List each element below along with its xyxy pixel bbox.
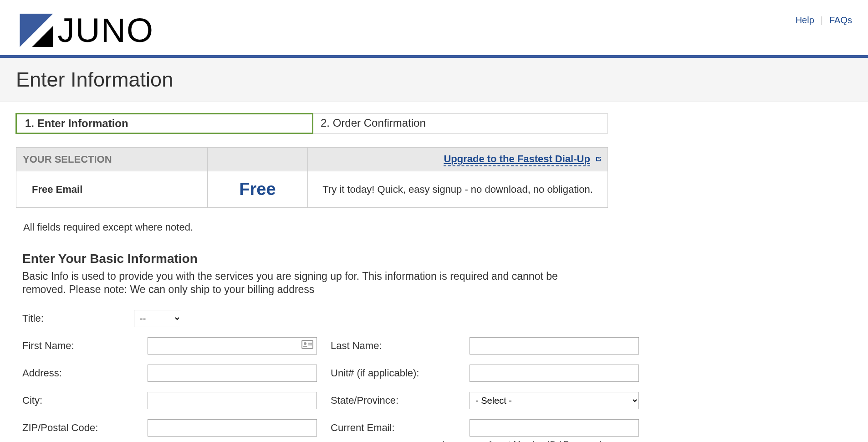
content: 1. Enter Information 2. Order Confirmati…: [0, 102, 610, 442]
svg-text:JUNO: JUNO: [57, 13, 154, 47]
basic-info-title: Enter Your Basic Information: [22, 252, 594, 266]
title-select[interactable]: --: [134, 310, 181, 327]
upgrade-cell: Upgrade to the Fastest Dial-Up: [308, 148, 608, 171]
first-name-label: First Name:: [22, 340, 134, 352]
email-input[interactable]: [470, 419, 639, 437]
email-hint: In case you forget Member ID / Password.: [442, 439, 639, 442]
last-name-input[interactable]: [470, 337, 639, 355]
state-select[interactable]: - Select -: [470, 392, 639, 409]
state-label: State/Province:: [331, 395, 456, 406]
external-link-icon: [595, 154, 602, 165]
unit-label: Unit# (if applicable):: [331, 367, 456, 379]
basic-info-form: Title: -- First Name: Last Name: Address…: [22, 310, 594, 442]
step-order-confirmation: 2. Order Confirmation: [312, 114, 608, 133]
step-enter-information: 1. Enter Information: [15, 113, 313, 134]
faqs-link[interactable]: FAQs: [829, 15, 852, 26]
title-label: Title:: [22, 313, 125, 324]
selection-price: Free: [208, 171, 308, 208]
last-name-label: Last Name:: [331, 340, 456, 352]
contact-card-icon: [301, 340, 313, 352]
zip-input[interactable]: [148, 419, 317, 437]
help-link[interactable]: Help: [796, 15, 814, 26]
selection-header: YOUR SELECTION: [16, 148, 208, 171]
email-label: Current Email:: [331, 422, 456, 434]
header: JUNO Help | FAQs: [0, 0, 868, 58]
zip-label: ZIP/Postal Code:: [22, 422, 134, 434]
juno-logo-icon: JUNO: [16, 13, 171, 47]
selection-description: Try it today! Quick, easy signup - no do…: [308, 171, 608, 208]
first-name-input[interactable]: [148, 337, 317, 355]
steps-nav: 1. Enter Information 2. Order Confirmati…: [16, 113, 608, 134]
address-input[interactable]: [148, 365, 317, 382]
svg-point-3: [304, 342, 306, 345]
basic-info-description: Basic Info is used to provide you with t…: [22, 270, 594, 296]
unit-input[interactable]: [470, 365, 639, 382]
required-note: All fields required except where noted.: [23, 221, 594, 233]
selection-header-empty: [208, 148, 308, 171]
upgrade-link[interactable]: Upgrade to the Fastest Dial-Up: [444, 153, 590, 166]
selection-table: YOUR SELECTION Upgrade to the Fastest Di…: [16, 147, 608, 208]
separator: |: [821, 15, 823, 26]
city-label: City:: [22, 395, 134, 406]
selection-product: Free Email: [16, 171, 208, 208]
svg-rect-5: [308, 344, 312, 345]
svg-rect-4: [308, 343, 312, 344]
title-bar: Enter Information: [0, 58, 868, 102]
page-title: Enter Information: [16, 68, 852, 92]
city-input[interactable]: [148, 392, 317, 409]
header-links: Help | FAQs: [796, 13, 852, 26]
logo: JUNO: [16, 13, 171, 47]
address-label: Address:: [22, 367, 134, 379]
